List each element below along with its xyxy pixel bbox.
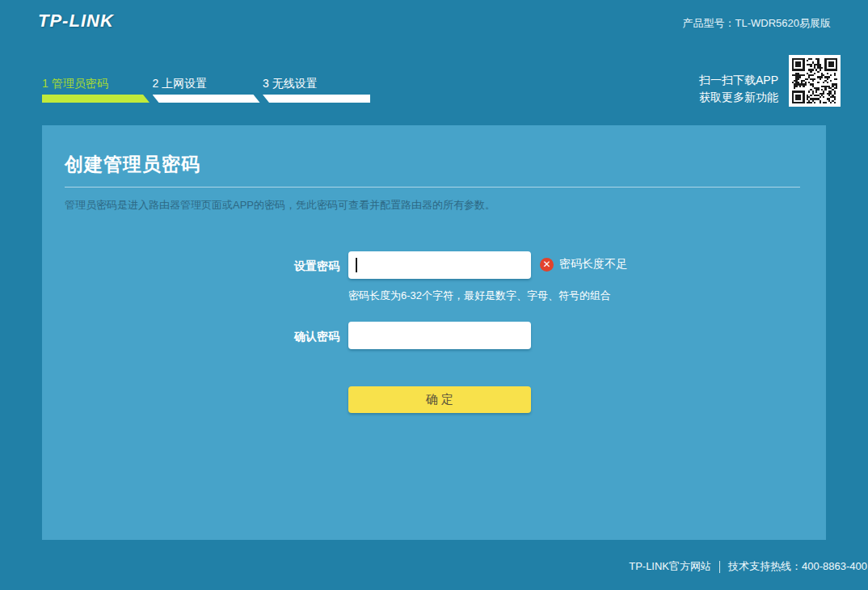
page-title: 创建管理员密码: [65, 152, 200, 177]
footer-divider: [719, 561, 720, 573]
confirm-password-label: 确认密码: [42, 330, 339, 344]
official-site-link[interactable]: TP-LINK官方网站: [629, 559, 711, 574]
step-progress-bar: [42, 95, 150, 103]
tplink-logo: TP-LINK: [38, 11, 114, 32]
step-wireless-settings: 3 无线设置: [263, 76, 370, 103]
confirm-password-input[interactable]: [348, 322, 531, 349]
set-password-label: 设置密码: [42, 259, 339, 274]
setup-wizard-steps: 1 管理员密码 2 上网设置 3 无线设置: [42, 76, 370, 103]
step-progress-bar: [153, 95, 260, 103]
create-password-panel: 创建管理员密码 管理员密码是进入路由器管理页面或APP的密码，凭此密码可查看并配…: [42, 125, 826, 540]
step-label: 2 上网设置: [153, 76, 260, 91]
title-divider: [65, 187, 800, 188]
step-internet-settings: 2 上网设置: [153, 76, 260, 103]
password-hint: 密码长度为6-32个字符，最好是数字、字母、符号的组合: [348, 289, 611, 303]
qr-caption-line1: 扫一扫下载APP: [699, 72, 778, 89]
support-hotline-text: 技术支持热线：400-8863-400: [728, 559, 867, 574]
step-admin-password: 1 管理员密码: [42, 76, 150, 103]
step-progress-bar: [263, 95, 370, 103]
qr-code-icon: [789, 55, 841, 107]
step-label: 3 无线设置: [263, 76, 370, 91]
error-x-icon: ✕: [540, 258, 554, 272]
set-password-input[interactable]: [348, 251, 531, 279]
product-model-text: 产品型号：TL-WDR5620易展版: [683, 16, 831, 31]
confirm-button[interactable]: 确 定: [348, 386, 531, 413]
error-text: 密码长度不足: [559, 257, 627, 272]
password-description: 管理员密码是进入路由器管理页面或APP的密码，凭此密码可查看并配置路由器的所有参…: [65, 198, 495, 213]
password-error-message: ✕ 密码长度不足: [540, 257, 627, 272]
app-download-text: 扫一扫下载APP 获取更多新功能: [699, 72, 778, 106]
step-label: 1 管理员密码: [42, 76, 150, 91]
footer: TP-LINK官方网站 技术支持热线：400-8863-400: [629, 559, 867, 574]
qr-caption-line2: 获取更多新功能: [699, 89, 778, 106]
text-cursor: [356, 258, 357, 272]
